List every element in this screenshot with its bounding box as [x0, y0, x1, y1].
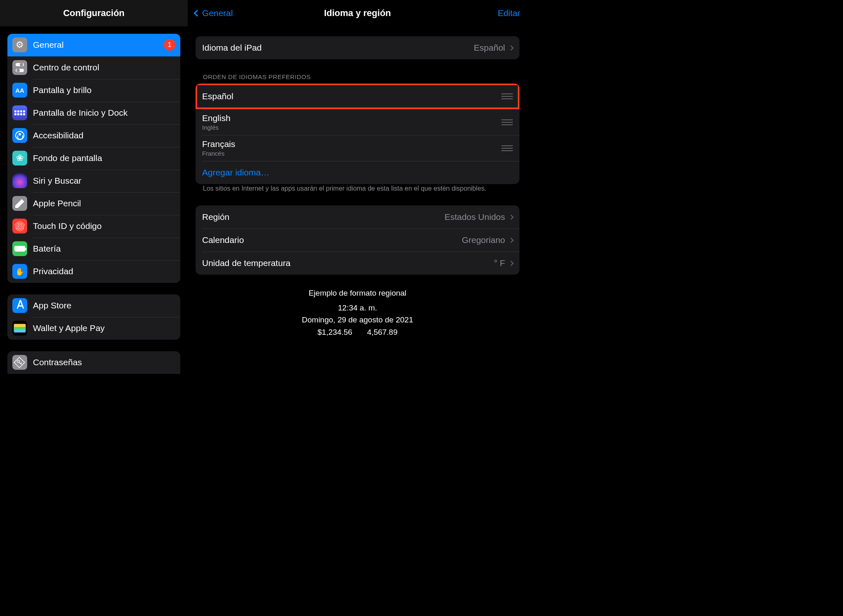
sidebar-item-label: Siri y Buscar: [33, 176, 175, 186]
sidebar-item-label: General: [33, 40, 164, 50]
back-button[interactable]: General: [195, 8, 233, 18]
switches-icon: [12, 60, 27, 75]
temperature-value: ° F: [494, 258, 505, 268]
language-name: English: [202, 113, 501, 123]
back-label: General: [202, 8, 233, 18]
example-title: Ejemplo de formato regional: [196, 287, 519, 299]
sidebar-item-privacidad[interactable]: Privacidad: [7, 260, 180, 283]
sidebar-item-touch-id-y-c-digo[interactable]: Touch ID y código: [7, 215, 180, 238]
accessibility-icon: [12, 128, 27, 143]
row-region[interactable]: Región Estados Unidos: [196, 205, 519, 229]
language-row-english[interactable]: EnglishInglés: [196, 109, 519, 135]
regional-format-example: Ejemplo de formato regional 12:34 a. m. …: [196, 287, 519, 338]
language-subtitle: Inglés: [202, 124, 501, 131]
preferred-languages-group: EspañolEnglishInglésFrançaisFrancésAgreg…: [196, 84, 519, 184]
sidebar-item-contrase-as[interactable]: Contraseñas: [7, 351, 180, 374]
temperature-label: Unidad de temperatura: [202, 258, 494, 268]
sidebar-item-label: Privacidad: [33, 266, 175, 276]
siri-icon: [12, 173, 27, 188]
add-language-label: Agregar idioma…: [202, 168, 513, 177]
sidebar-item-apple-pencil[interactable]: Apple Pencil: [7, 192, 180, 215]
aa-icon: AA: [12, 83, 27, 98]
sidebar-title: Configuración: [0, 0, 188, 26]
sidebar-item-label: Wallet y Apple Pay: [33, 323, 175, 333]
region-label: Región: [202, 212, 445, 222]
language-name: Français: [202, 139, 501, 149]
sidebar-item-label: Touch ID y código: [33, 221, 175, 231]
sidebar-item-label: Apple Pencil: [33, 198, 175, 208]
sidebar-item-accesibilidad[interactable]: Accesibilidad: [7, 124, 180, 147]
chevron-right-icon: [508, 238, 514, 243]
sidebar-item-label: Batería: [33, 244, 175, 254]
language-row-français[interactable]: FrançaisFrancés: [196, 135, 519, 161]
calendar-value: Gregoriano: [462, 235, 505, 245]
detail-header: General Idioma y región Editar: [188, 0, 527, 26]
sidebar-item-siri-y-buscar[interactable]: Siri y Buscar: [7, 170, 180, 192]
language-name: Español: [202, 91, 501, 101]
sidebar-group-device: General1Centro de controlAAPantalla y br…: [7, 34, 180, 283]
sidebar-item-label: Accesibilidad: [33, 131, 175, 140]
sidebar-item-general[interactable]: General1: [7, 34, 180, 56]
ipad-language-group: Idioma del iPad Español: [196, 36, 519, 59]
sidebar-item-label: Pantalla y brillo: [33, 85, 175, 95]
sidebar-item-label: Pantalla de Inicio y Dock: [33, 108, 175, 118]
sidebar-item-app-store[interactable]: App Store: [7, 294, 180, 317]
row-calendar[interactable]: Calendario Gregoriano: [196, 229, 519, 252]
sidebar-group-store: App StoreWallet y Apple Pay: [7, 294, 180, 340]
chevron-right-icon: [508, 215, 514, 220]
region-group: Región Estados Unidos Calendario Gregori…: [196, 205, 519, 275]
language-subtitle: Francés: [202, 150, 501, 157]
wallet-icon: [12, 321, 27, 336]
pencil-icon: [12, 196, 27, 211]
sidebar-item-wallet-y-apple-pay[interactable]: Wallet y Apple Pay: [7, 317, 180, 340]
sidebar-item-pantalla-de-inicio-y-dock[interactable]: Pantalla de Inicio y Dock: [7, 102, 180, 124]
sidebar-item-bater-a[interactable]: Batería: [7, 238, 180, 260]
ipad-language-value: Español: [474, 43, 505, 53]
drag-handle-icon[interactable]: [501, 119, 513, 125]
add-language-button[interactable]: Agregar idioma…: [196, 161, 519, 184]
gear-icon: [12, 37, 27, 52]
sidebar-item-label: Fondo de pantalla: [33, 153, 175, 163]
drag-handle-icon[interactable]: [501, 93, 513, 99]
example-date: Domingo, 29 de agosto de 2021: [196, 314, 519, 326]
chevron-right-icon: [508, 261, 514, 266]
example-time: 12:34 a. m.: [196, 302, 519, 314]
ipad-language-label: Idioma del iPad: [202, 43, 474, 53]
appstore-icon: [12, 298, 27, 313]
sidebar-item-fondo-de-pantalla[interactable]: Fondo de pantalla: [7, 147, 180, 170]
sidebar-item-label: App Store: [33, 301, 175, 310]
edit-button[interactable]: Editar: [498, 8, 520, 18]
region-value: Estados Unidos: [445, 212, 505, 222]
language-row-español[interactable]: Español: [196, 84, 519, 109]
row-ipad-language[interactable]: Idioma del iPad Español: [196, 36, 519, 59]
fingerprint-icon: [12, 219, 27, 233]
battery-icon: [12, 241, 27, 256]
chevron-left-icon: [194, 10, 201, 17]
sidebar-item-pantalla-y-brillo[interactable]: AAPantalla y brillo: [7, 79, 180, 102]
example-currency: $1,234.56: [317, 328, 352, 336]
sidebar-item-label: Centro de control: [33, 63, 175, 72]
drag-handle-icon[interactable]: [501, 145, 513, 151]
example-number: 4,567.89: [367, 328, 398, 336]
row-temperature[interactable]: Unidad de temperatura ° F: [196, 252, 519, 275]
detail-pane: General Idioma y región Editar Idioma de…: [188, 0, 527, 385]
hand-icon: [12, 264, 27, 279]
notification-badge: 1: [164, 39, 175, 51]
sidebar-item-centro-de-control[interactable]: Centro de control: [7, 56, 180, 79]
page-title: Idioma y región: [188, 8, 527, 19]
chevron-right-icon: [508, 45, 514, 51]
calendar-label: Calendario: [202, 235, 462, 245]
key-icon: [12, 355, 27, 370]
preferred-languages-header: ORDEN DE IDIOMAS PREFERIDOS: [196, 72, 519, 84]
sidebar-item-label: Contraseñas: [33, 357, 175, 367]
flower-icon: [12, 151, 27, 166]
settings-sidebar: Configuración General1Centro de controlA…: [0, 0, 188, 385]
sidebar-group-passwords: Contraseñas: [7, 351, 180, 374]
grid-icon: [12, 105, 27, 120]
